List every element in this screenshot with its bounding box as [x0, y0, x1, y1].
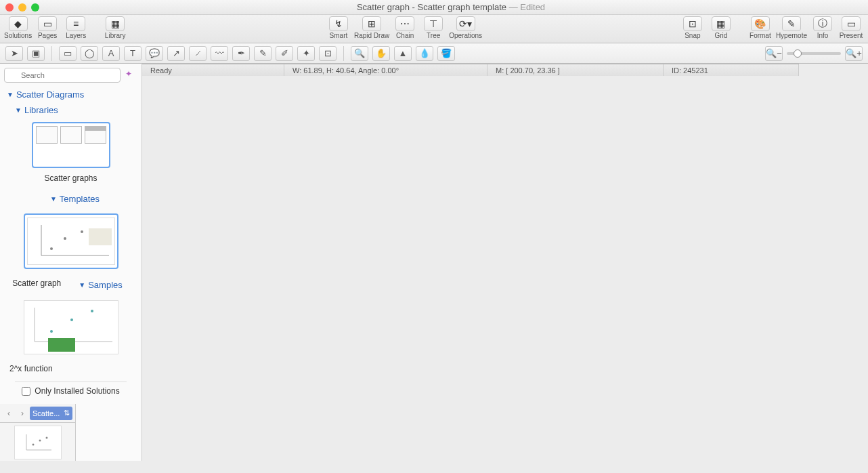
svg-point-17 [39, 439, 41, 441]
crop-tool[interactable]: ⊡ [319, 46, 337, 61]
zoom-icon[interactable] [31, 3, 39, 12]
toolbar-label: Library [105, 32, 126, 39]
solutions-icon: ◆ [9, 16, 28, 31]
hypernote-icon: ✎ [782, 16, 801, 31]
solutions-panel: ✦ ▼Scatter Diagrams ▼Libraries Scatter g… [0, 64, 142, 461]
toolbar-label: Tree [427, 32, 440, 39]
toolbar-group-library: ▦Library [102, 16, 128, 39]
svg-rect-10 [48, 338, 75, 352]
section-label: Scatter Diagrams [16, 89, 84, 100]
zoom-tool[interactable]: 🔍 [351, 46, 368, 61]
pencil-tool[interactable]: ✎ [254, 46, 272, 61]
zoom-in-button[interactable]: 🔍+ [845, 46, 863, 61]
window-controls[interactable] [5, 3, 39, 12]
chain-icon: ⋯ [395, 16, 414, 31]
next-button[interactable]: › [16, 407, 28, 419]
rect-tool[interactable]: ▭ [59, 46, 77, 61]
status-id: ID: 245231 [664, 64, 799, 76]
close-icon[interactable] [5, 3, 14, 12]
snap-icon: ⊡ [683, 16, 702, 31]
launch-icon[interactable]: ✦ [125, 69, 137, 81]
textbox-tool[interactable]: T [124, 46, 142, 61]
title-main: Scatter graph - Scatter graph template [357, 2, 506, 12]
library-select[interactable]: Scatte...⇅ [30, 407, 72, 420]
rapid-draw-button[interactable]: ⊞Rapid Draw [354, 16, 389, 39]
pages-button[interactable]: ▭Pages [35, 16, 60, 39]
text-tool[interactable]: A [102, 46, 120, 61]
thumb-caption: Scatter graph [12, 276, 61, 293]
bucket-tool[interactable]: 🪣 [437, 46, 455, 61]
info-icon: ⓘ [813, 16, 832, 31]
checkbox-label: Only Installed Solutions [35, 386, 119, 396]
search-input[interactable] [4, 68, 121, 83]
node-tool[interactable]: ✦ [297, 46, 315, 61]
slider-thumb[interactable] [794, 49, 802, 58]
ellipse-tool[interactable]: ◯ [81, 46, 98, 61]
smart-icon: ↯ [329, 16, 348, 31]
operations-icon: ⟳▾ [456, 16, 475, 31]
present-button[interactable]: ▭Present [838, 16, 864, 39]
library-button[interactable]: ▦Library [102, 16, 128, 39]
hypernote-button[interactable]: ✎Hypernote [776, 16, 807, 39]
operations-button[interactable]: ⟳▾Operations [449, 16, 482, 39]
search-row: ✦ [0, 64, 142, 87]
toolbar-group-left: ◆Solutions ▭Pages ≡Layers [4, 16, 89, 39]
only-installed-checkbox[interactable] [22, 387, 30, 396]
smart-button[interactable]: ↯Smart [326, 16, 351, 39]
svg-rect-7 [89, 228, 112, 245]
scatter-graph-template-thumb[interactable] [24, 213, 118, 269]
drawing-toolbar: ➤ ▣ ▭ ◯ A T 💬 ↗ ⟋ 〰 ✒ ✎ ✐ ✦ ⊡ 🔍 ✋ ▲ 💧 🪣 … [0, 43, 868, 64]
layers-button[interactable]: ≡Layers [63, 16, 89, 39]
line-tool[interactable]: ↗ [167, 46, 185, 61]
connector-tool[interactable]: ⟋ [189, 46, 207, 61]
zoom-out-button[interactable]: 🔍− [765, 46, 783, 61]
stamp-tool[interactable]: ▲ [394, 46, 412, 61]
svg-point-6 [81, 230, 83, 233]
main-area: ✦ ▼Scatter Diagrams ▼Libraries Scatter g… [0, 64, 868, 461]
callout-tool[interactable]: 💬 [146, 46, 163, 61]
svg-point-12 [70, 318, 73, 321]
minimize-icon[interactable] [18, 3, 26, 12]
toolbar-group-snap: ⊡Snap ▦Grid [680, 16, 734, 39]
toolbar-label: Layers [66, 32, 86, 39]
chain-button[interactable]: ⋯Chain [392, 16, 418, 39]
search-wrap [4, 68, 123, 83]
library-strip: ‹ › Scatte...⇅ Scatter g ...Scatter g ..… [0, 404, 76, 461]
svg-point-13 [91, 310, 93, 312]
tree-samples[interactable]: ▼Samples [64, 276, 129, 293]
select-tool[interactable]: ▣ [27, 46, 45, 61]
sample-preview[interactable] [24, 300, 118, 354]
format-button[interactable]: 🎨Format [747, 16, 773, 39]
pen-tool[interactable]: ✒ [232, 46, 250, 61]
library-item[interactable]: Scatter g ... [0, 423, 75, 461]
curve-tool[interactable]: 〰 [211, 46, 228, 61]
eyedrop-tool[interactable]: 💧 [416, 46, 433, 61]
prev-button[interactable]: ‹ [3, 407, 15, 419]
solutions-button[interactable]: ◆Solutions [4, 16, 32, 39]
present-icon: ▭ [842, 16, 861, 31]
tree-root[interactable]: ▼Scatter Diagrams [0, 87, 142, 102]
scatter-graphs-thumb[interactable] [32, 122, 110, 168]
snap-button[interactable]: ⊡Snap [680, 16, 706, 39]
info-button[interactable]: ⓘInfo [810, 16, 836, 39]
toolbar-label: Hypernote [776, 32, 807, 39]
zoom-slider[interactable] [787, 52, 841, 55]
tree-icon: ⊤ [424, 16, 443, 31]
grid-button[interactable]: ▦Grid [708, 16, 734, 39]
window-title: Scatter graph - Scatter graph template —… [39, 2, 863, 12]
preview-icon [27, 218, 115, 265]
pointer-tool[interactable]: ➤ [5, 46, 23, 61]
layers-icon: ≡ [66, 16, 85, 31]
edit-tool[interactable]: ✐ [276, 46, 293, 61]
section-label: Libraries [24, 105, 58, 115]
caret-down-icon: ▼ [7, 91, 14, 98]
toolbar-label: Snap [685, 32, 700, 39]
main-toolbar: ◆Solutions ▭Pages ≡Layers ▦Library ↯Smar… [0, 15, 868, 43]
tree-libraries[interactable]: ▼Libraries [0, 102, 142, 118]
tree-templates[interactable]: ▼Templates [35, 191, 106, 207]
only-installed-row[interactable]: Only Installed Solutions [15, 382, 126, 400]
grid-icon: ▦ [712, 16, 731, 31]
hand-tool[interactable]: ✋ [372, 46, 390, 61]
tree-button[interactable]: ⊤Tree [420, 16, 446, 39]
status-mouse: M: [ 200.70, 23.36 ] [487, 64, 664, 76]
